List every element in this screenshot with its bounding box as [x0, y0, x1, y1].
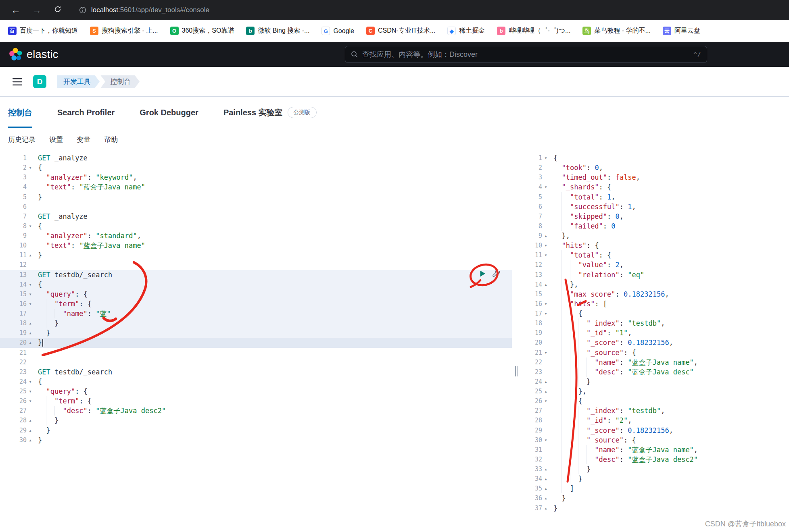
code-line[interactable]: 14▾{: [0, 280, 512, 289]
fold-toggle-icon[interactable]: ▴: [542, 474, 549, 484]
send-request-play-button[interactable]: [478, 269, 487, 280]
forward-icon[interactable]: →: [30, 4, 44, 16]
code-line[interactable]: 19 "_id": "1",: [520, 328, 789, 338]
space-avatar-badge[interactable]: D: [33, 75, 46, 88]
fold-toggle-icon[interactable]: ▾: [27, 387, 34, 396]
code-line[interactable]: 4 "text": "蓝盒子Java name": [0, 182, 512, 192]
code-line[interactable]: 27 "_index": "testdb",: [520, 406, 789, 416]
code-line[interactable]: 21: [0, 348, 512, 357]
code-line[interactable]: 22 "name": "蓝盒子Java name",: [520, 357, 789, 367]
code-line[interactable]: 9▴ },: [520, 231, 789, 241]
code-line[interactable]: 37▴}: [520, 503, 789, 513]
code-line[interactable]: 9 "analyzer": "standard",: [0, 231, 512, 241]
fold-toggle-icon[interactable]: ▾: [542, 241, 549, 250]
code-line[interactable]: 19▴ }: [0, 328, 512, 338]
tab-控制台[interactable]: 控制台: [8, 97, 32, 128]
console-menu-item[interactable]: 变量: [77, 135, 90, 144]
code-line[interactable]: 25▾ "query": {: [0, 387, 512, 396]
code-line[interactable]: 3 "analyzer": "keyword",: [0, 172, 512, 182]
fold-toggle-icon[interactable]: ▴: [542, 377, 549, 387]
code-line[interactable]: 16▾ "term": {: [0, 299, 512, 309]
fold-toggle-icon[interactable]: ▴: [542, 503, 549, 513]
code-line[interactable]: 28 "_id": "2",: [520, 416, 789, 425]
code-line[interactable]: 14▴ },: [520, 280, 789, 289]
fold-toggle-icon[interactable]: ▾: [27, 299, 34, 309]
code-line[interactable]: 5}: [0, 192, 512, 202]
code-line[interactable]: 12: [0, 260, 512, 270]
code-line[interactable]: 2▾{: [0, 163, 512, 172]
code-line[interactable]: 35▴ ]: [520, 484, 789, 493]
fold-toggle-icon[interactable]: ▴: [27, 250, 34, 260]
reload-icon[interactable]: [51, 4, 65, 16]
code-line[interactable]: 5 "total": 1,: [520, 192, 789, 202]
fold-toggle-icon[interactable]: ▴: [27, 338, 34, 347]
fold-toggle-icon[interactable]: ▴: [542, 280, 549, 289]
site-info-icon[interactable]: [79, 6, 86, 14]
code-line[interactable]: 22: [0, 357, 512, 367]
fold-toggle-icon[interactable]: ▴: [27, 416, 34, 425]
code-line[interactable]: 34▴ }: [520, 474, 789, 484]
code-line[interactable]: 10▾ "hits": {: [520, 241, 789, 250]
fold-toggle-icon[interactable]: ▴: [27, 318, 34, 328]
bookmark-item[interactable]: O360搜索，SO靠谱: [170, 27, 234, 35]
tab-Search Profiler[interactable]: Search Profiler: [57, 97, 115, 128]
code-line[interactable]: 29 "_score": 0.18232156,: [520, 426, 789, 435]
address-bar[interactable]: localhost:5601/app/dev_tools#/console: [79, 6, 209, 14]
code-line[interactable]: 7GET _analyze: [0, 212, 512, 221]
code-line[interactable]: 15▾ "query": {: [0, 289, 512, 299]
fold-toggle-icon[interactable]: ▴: [542, 484, 549, 493]
fold-toggle-icon[interactable]: ▴: [542, 387, 549, 396]
fold-toggle-icon[interactable]: ▾: [542, 299, 549, 309]
code-line[interactable]: 24▴ }: [520, 377, 789, 387]
code-line[interactable]: 28▴ }: [0, 416, 512, 425]
menu-hamburger-icon[interactable]: [12, 77, 23, 86]
bookmark-item[interactable]: 云阿里云盘: [663, 27, 700, 35]
bookmark-item[interactable]: 鸟菜鸟教程 - 学的不...: [582, 27, 651, 35]
fold-toggle-icon[interactable]: ▾: [27, 289, 34, 299]
code-line[interactable]: 30▾ "_source": {: [520, 435, 789, 445]
code-line[interactable]: 3 "timed_out": false,: [520, 172, 789, 182]
fold-toggle-icon[interactable]: ▾: [542, 153, 549, 163]
fold-toggle-icon[interactable]: ▴: [542, 231, 549, 241]
tab-Grok Debugger[interactable]: Grok Debugger: [140, 97, 198, 128]
bookmark-item[interactable]: CCSDN-专业IT技术...: [366, 27, 435, 35]
console-menu-item[interactable]: 历史记录: [8, 135, 35, 144]
code-line[interactable]: 18▴ }: [0, 318, 512, 328]
tab-Painless 实验室[interactable]: Painless 实验室公测版: [223, 97, 317, 128]
bookmark-item[interactable]: S搜狗搜索引擎 - 上...: [90, 27, 158, 35]
breadcrumb-item[interactable]: 开发工具: [57, 75, 100, 88]
code-line[interactable]: 6: [0, 202, 512, 212]
code-line[interactable]: 18 "_index": "testdb",: [520, 318, 789, 328]
code-line[interactable]: 1GET _analyze: [0, 153, 512, 163]
code-line[interactable]: 23 "desc": "蓝盒子Java desc": [520, 367, 789, 377]
back-icon[interactable]: ←: [9, 4, 23, 16]
code-line[interactable]: 10 "text": "蓝盒子Java name": [0, 241, 512, 250]
code-line[interactable]: 11▴}: [0, 250, 512, 260]
code-line[interactable]: 2 "took": 0,: [520, 163, 789, 172]
code-line[interactable]: 17 "name": "蓝": [0, 309, 512, 318]
code-line[interactable]: 26▾ "term": {: [0, 396, 512, 406]
fold-toggle-icon[interactable]: ▾: [27, 377, 34, 387]
code-line[interactable]: 16▾ "hits": [: [520, 299, 789, 309]
fold-toggle-icon[interactable]: ▴: [27, 435, 34, 445]
code-line[interactable]: 11▾ "total": {: [520, 250, 789, 260]
bookmark-item[interactable]: b哔哩哔哩（゜-゜)つ...: [497, 27, 570, 35]
console-menu-item[interactable]: 帮助: [104, 135, 118, 144]
code-line[interactable]: 8▾{: [0, 221, 512, 231]
bookmark-item[interactable]: ◆稀土掘金: [447, 27, 485, 35]
code-line[interactable]: 7 "skipped": 0,: [520, 212, 789, 221]
code-line[interactable]: 29▴ }: [0, 426, 512, 435]
code-line[interactable]: 33▴ }: [520, 464, 789, 474]
code-line[interactable]: 26▾ {: [520, 396, 789, 406]
global-search-input[interactable]: 查找应用、内容等。例如：Discover ^/: [345, 46, 707, 63]
fold-toggle-icon[interactable]: ▾: [542, 309, 549, 318]
fold-toggle-icon[interactable]: ▴: [27, 426, 34, 435]
fold-toggle-icon[interactable]: ▾: [542, 396, 549, 406]
fold-toggle-icon[interactable]: ▾: [27, 280, 34, 289]
code-line[interactable]: 25▴ },: [520, 387, 789, 396]
code-line[interactable]: 24▾{: [0, 377, 512, 387]
code-line[interactable]: 21▾ "_source": {: [520, 348, 789, 357]
code-line[interactable]: 1▾{: [520, 153, 789, 163]
fold-toggle-icon[interactable]: ▾: [542, 348, 549, 357]
fold-toggle-icon[interactable]: ▾: [27, 221, 34, 231]
